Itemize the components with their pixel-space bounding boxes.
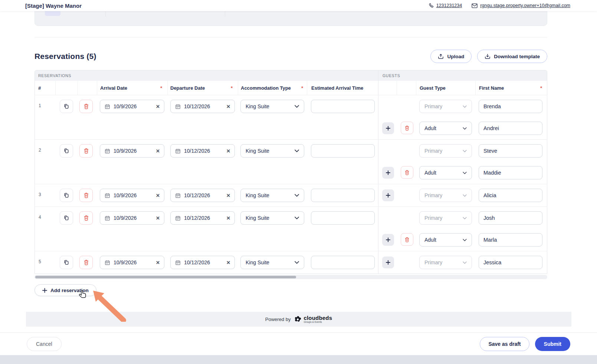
duplicate-reservation-button[interactable] (60, 211, 73, 225)
clear-icon[interactable]: ✕ (226, 193, 230, 198)
page: [Stage] Wayne Manor 1231231234 rgngu.sta… (0, 0, 597, 364)
guest-type-select[interactable]: Adult (419, 233, 472, 246)
estimated-arrival-input[interactable] (311, 100, 375, 113)
arrival-date-input[interactable]: 10/9/2026 ✕ (100, 211, 164, 225)
first-name-input[interactable] (479, 166, 542, 179)
horizontal-scrollbar[interactable] (35, 275, 547, 279)
clear-icon[interactable]: ✕ (226, 216, 230, 221)
guest-type-select[interactable]: Adult (419, 122, 472, 135)
add-reservation-button[interactable]: Add reservation (35, 284, 96, 296)
copy-icon (63, 148, 69, 154)
guest-type-select[interactable]: Primary (419, 256, 472, 269)
duplicate-reservation-button[interactable] (60, 100, 73, 113)
guest-type-select[interactable]: Primary (419, 211, 472, 225)
required-marker: * (160, 85, 162, 91)
action-bar: Cancel Save as draft Submit (0, 332, 597, 355)
guest-type-select[interactable]: Adult (419, 166, 472, 179)
departure-date-input[interactable]: 10/12/2026 ✕ (170, 256, 235, 269)
upload-button[interactable]: Upload (430, 50, 472, 63)
estimated-arrival-input[interactable] (311, 256, 375, 269)
first-name-input[interactable] (479, 211, 542, 225)
chevron-down-icon (463, 172, 467, 174)
add-guest-button[interactable] (382, 257, 394, 268)
submit-button[interactable]: Submit (535, 337, 570, 351)
table-row: 2 10/9/2026 ✕ (35, 139, 547, 184)
first-name-input[interactable] (479, 122, 542, 135)
duplicate-reservation-button[interactable] (60, 189, 73, 202)
departure-date-input[interactable]: 10/12/2026 ✕ (170, 144, 235, 158)
arrival-date-value: 10/9/2026 (114, 148, 152, 154)
first-name-input[interactable] (479, 100, 542, 113)
col-arrival-label: Arrival Date (100, 85, 127, 91)
clear-icon[interactable]: ✕ (226, 104, 230, 109)
accommodation-type-select[interactable]: King Suite (240, 144, 304, 158)
scrollbar-thumb[interactable] (35, 276, 296, 278)
estimated-arrival-input[interactable] (311, 189, 375, 202)
departure-date-input[interactable]: 10/12/2026 ✕ (170, 189, 235, 202)
clear-icon[interactable]: ✕ (156, 149, 160, 153)
first-name-input[interactable] (479, 189, 542, 202)
email-address: rgngu.stage.property.owner+10@gmail.com (480, 3, 570, 8)
add-guest-button[interactable] (382, 122, 394, 134)
departure-date-input[interactable]: 10/12/2026 ✕ (170, 211, 235, 225)
accommodation-value: King Suite (246, 148, 269, 154)
add-guest-button[interactable] (382, 234, 394, 246)
delete-reservation-button[interactable] (79, 211, 93, 225)
delete-reservation-button[interactable] (79, 100, 93, 113)
download-template-label: Download template (494, 54, 540, 59)
remove-guest-button[interactable] (401, 233, 413, 246)
guest-type-select[interactable]: Primary (419, 189, 472, 202)
group-header-guests: GUESTS (378, 70, 547, 81)
accommodation-type-select[interactable]: King Suite (240, 100, 304, 113)
delete-reservation-button[interactable] (79, 144, 93, 158)
divider (225, 11, 225, 17)
cancel-button[interactable]: Cancel (27, 337, 62, 351)
departure-date-input[interactable]: 10/12/2026 ✕ (170, 100, 235, 113)
previous-section-card (35, 11, 547, 26)
guest-line: Primary (378, 256, 547, 269)
first-name-input[interactable] (479, 233, 542, 246)
download-template-button[interactable]: Download template (477, 50, 547, 63)
guest-type-select[interactable]: Primary (419, 100, 472, 113)
guest-line: Primary (378, 144, 547, 158)
clear-icon[interactable]: ✕ (156, 104, 160, 109)
duplicate-reservation-button[interactable] (60, 144, 73, 158)
reservations-title: Reservations (5) (35, 52, 96, 61)
clear-icon[interactable]: ✕ (156, 193, 160, 198)
email-link[interactable]: rgngu.stage.property.owner+10@gmail.com (472, 3, 570, 8)
phone-link[interactable]: 1231231234 (429, 3, 462, 8)
guest-lines: Primary Adult (378, 140, 547, 184)
clear-icon[interactable]: ✕ (226, 149, 230, 153)
arrival-date-input[interactable]: 10/9/2026 ✕ (100, 256, 164, 269)
delete-reservation-button[interactable] (79, 189, 93, 202)
guest-line: Primary (378, 100, 547, 113)
duplicate-reservation-button[interactable] (60, 256, 73, 269)
first-name-input[interactable] (479, 144, 542, 158)
clear-icon[interactable]: ✕ (226, 260, 230, 265)
col-arrival-date: Arrival Date * (97, 81, 168, 95)
clear-icon[interactable]: ✕ (156, 216, 160, 221)
remove-guest-button[interactable] (401, 166, 413, 179)
table-body: 1 10/9/2026 ✕ (35, 95, 547, 274)
accommodation-value: King Suite (246, 192, 269, 198)
accommodation-type-select[interactable]: King Suite (240, 211, 304, 225)
accommodation-type-select[interactable]: King Suite (240, 189, 304, 202)
save-as-draft-button[interactable]: Save as draft (480, 337, 529, 351)
first-name-input[interactable] (479, 256, 542, 269)
remove-guest-button[interactable] (401, 122, 413, 134)
clear-icon[interactable]: ✕ (156, 260, 160, 265)
bottom-strip (0, 355, 597, 364)
arrival-date-input[interactable]: 10/9/2026 ✕ (100, 100, 164, 113)
arrival-date-input[interactable]: 10/9/2026 ✕ (100, 189, 164, 202)
add-guest-button[interactable] (382, 189, 394, 201)
accommodation-type-select[interactable]: King Suite (240, 256, 304, 269)
add-guest-button[interactable] (382, 167, 394, 179)
estimated-arrival-input[interactable] (311, 144, 375, 158)
arrival-date-input[interactable]: 10/9/2026 ✕ (100, 144, 164, 158)
delete-reservation-button[interactable] (79, 256, 93, 269)
trash-icon (404, 237, 410, 242)
guest-type-select[interactable]: Primary (419, 144, 472, 158)
col-first-name: First Name * (476, 81, 547, 95)
powered-by-label: Powered by (265, 317, 291, 322)
estimated-arrival-input[interactable] (311, 211, 375, 225)
